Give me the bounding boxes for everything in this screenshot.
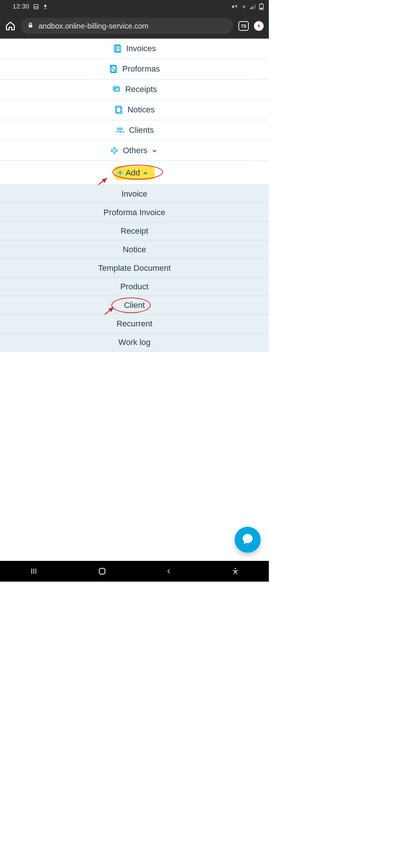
nav-label: Clients bbox=[129, 125, 154, 135]
svg-rect-4 bbox=[255, 4, 255, 9]
status-bar: 12:30 bbox=[0, 0, 269, 13]
nav-clients[interactable]: Clients bbox=[0, 120, 269, 141]
battery-icon bbox=[259, 3, 264, 10]
submenu-label: Invoice bbox=[121, 189, 147, 199]
tab-count-button[interactable]: 75 bbox=[238, 21, 249, 31]
svg-marker-21 bbox=[108, 307, 114, 312]
add-work-log[interactable]: Work log bbox=[0, 333, 269, 352]
receipts-icon bbox=[112, 85, 121, 93]
add-product[interactable]: Product bbox=[0, 277, 269, 296]
accessibility-button[interactable] bbox=[231, 567, 239, 576]
add-proforma-invoice[interactable]: Proforma Invoice bbox=[0, 203, 269, 222]
svg-point-16 bbox=[118, 128, 120, 130]
submenu-label: Product bbox=[120, 282, 149, 292]
android-nav-bar bbox=[0, 561, 269, 582]
browser-chrome: andbox.online-billing-service.com 75 bbox=[0, 13, 269, 39]
submenu-label: Notice bbox=[123, 245, 146, 254]
svg-point-26 bbox=[235, 568, 236, 569]
submenu-label: Proforma Invoice bbox=[104, 208, 165, 217]
add-recurrent[interactable]: Recurrent bbox=[0, 315, 269, 333]
page-content: Invoices Proformas Receipts Notices Clie… bbox=[0, 39, 269, 561]
proformas-icon bbox=[109, 65, 118, 73]
add-invoice[interactable]: Invoice bbox=[0, 185, 269, 203]
nav-proformas[interactable]: Proformas bbox=[0, 59, 269, 79]
chat-icon bbox=[241, 532, 254, 547]
add-notice[interactable]: Notice bbox=[0, 240, 269, 259]
svg-point-17 bbox=[120, 128, 123, 130]
download-icon bbox=[43, 4, 48, 10]
nav-label: Notices bbox=[127, 105, 154, 115]
footer-gap bbox=[0, 556, 269, 561]
url-text: andbox.online-billing-service.com bbox=[39, 22, 149, 30]
nav-others[interactable]: Others bbox=[0, 141, 269, 161]
svg-rect-25 bbox=[99, 568, 105, 574]
nav-notices[interactable]: Notices bbox=[0, 100, 269, 120]
clients-icon bbox=[115, 126, 125, 134]
recent-apps-button[interactable] bbox=[29, 567, 38, 575]
invoices-icon bbox=[113, 44, 123, 53]
submenu-label: Client bbox=[124, 300, 145, 310]
browser-home-button[interactable] bbox=[5, 21, 16, 31]
submenu-label: Template Document bbox=[98, 263, 171, 273]
add-template-document[interactable]: Template Document bbox=[0, 259, 269, 277]
svg-rect-1 bbox=[250, 8, 251, 9]
lock-icon bbox=[27, 22, 33, 30]
picture-icon bbox=[33, 4, 39, 10]
mute-vibrate-icon bbox=[231, 4, 238, 10]
back-button[interactable] bbox=[166, 567, 172, 576]
chat-fab[interactable] bbox=[235, 527, 261, 553]
nav-receipts[interactable]: Receipts bbox=[0, 79, 269, 100]
nav-invoices[interactable]: Invoices bbox=[0, 39, 269, 59]
others-icon bbox=[110, 147, 119, 155]
nav-label: Receipts bbox=[125, 85, 157, 94]
add-client[interactable]: Client bbox=[0, 296, 269, 315]
browser-menu-button[interactable] bbox=[254, 21, 264, 31]
chevron-up-icon bbox=[142, 169, 150, 177]
signal-icon bbox=[250, 4, 256, 9]
plus-icon: + bbox=[117, 167, 124, 178]
svg-marker-19 bbox=[102, 178, 107, 183]
add-label: Add bbox=[125, 168, 140, 178]
svg-rect-3 bbox=[253, 6, 254, 9]
nav-add[interactable]: + Add bbox=[0, 161, 269, 185]
add-receipt[interactable]: Receipt bbox=[0, 222, 269, 240]
submenu-label: Receipt bbox=[121, 226, 149, 236]
status-time: 12:30 bbox=[13, 3, 29, 10]
chevron-down-icon bbox=[151, 147, 159, 154]
home-button[interactable] bbox=[97, 566, 107, 576]
nav-label: Proformas bbox=[122, 64, 160, 74]
url-bar[interactable]: andbox.online-billing-service.com bbox=[21, 18, 233, 34]
wifi-icon bbox=[241, 4, 247, 9]
nav-label: Others bbox=[123, 146, 147, 155]
svg-rect-2 bbox=[252, 7, 252, 9]
nav-label: Invoices bbox=[126, 44, 156, 53]
submenu-label: Recurrent bbox=[117, 319, 153, 329]
svg-rect-7 bbox=[260, 8, 263, 9]
submenu-label: Work log bbox=[118, 338, 150, 347]
notices-icon bbox=[114, 105, 124, 114]
